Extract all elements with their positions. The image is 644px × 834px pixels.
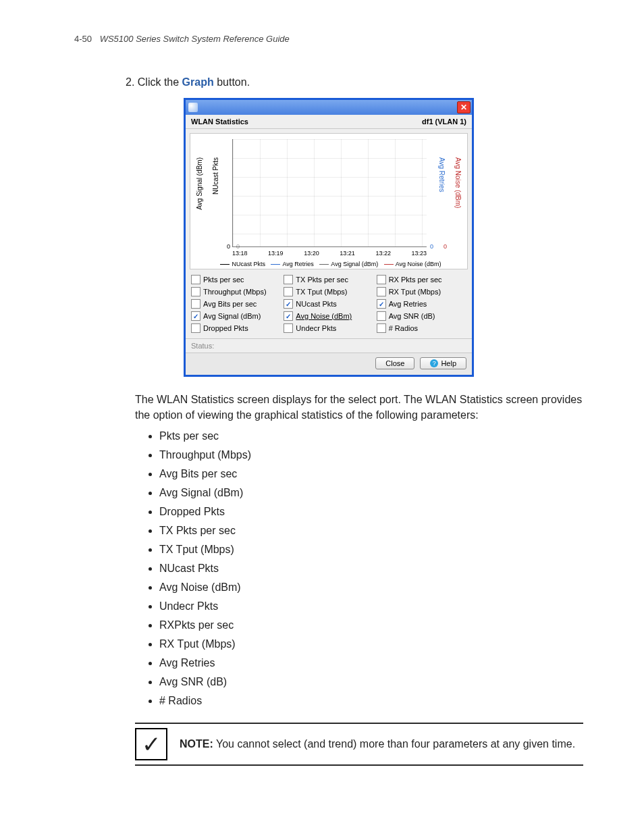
checkbox-label: TX Tput (Mbps) — [296, 288, 347, 296]
checkbox-box[interactable] — [377, 311, 386, 321]
app-icon — [188, 103, 198, 112]
body-paragraph: The WLAN Statistics screen displays for … — [135, 392, 583, 423]
list-item: RX Tput (Mbps) — [159, 635, 583, 654]
y-axis-left-2: NUcast Pkts — [212, 157, 219, 194]
y-axis-right-2: Avg Noise (dBm) — [454, 157, 462, 208]
checkbox-label: # Radios — [389, 324, 418, 332]
close-icon[interactable]: ✕ — [457, 101, 471, 113]
checkbox-box[interactable] — [191, 323, 200, 333]
param-checkbox[interactable]: Throughput (Mbps) — [191, 287, 281, 296]
running-header: 4-50 WS5100 Series Switch System Referen… — [74, 34, 583, 44]
checkbox-box[interactable] — [284, 299, 293, 309]
checkbox-label: Avg Signal (dBm) — [203, 312, 261, 320]
list-item: Throughput (Mbps) — [159, 446, 583, 465]
checkbox-label: TX Pkts per sec — [296, 276, 348, 284]
dialog-titlebar[interactable]: ✕ — [186, 100, 472, 115]
checkbox-label: Avg SNR (dB) — [389, 312, 435, 320]
y-axis-left-1: Avg Signal (dBm) — [196, 157, 203, 210]
checkbox-label: RX Pkts per sec — [389, 276, 442, 284]
axis-zero: 0 — [227, 243, 230, 250]
list-item: Avg Bits per sec — [159, 465, 583, 484]
checkbox-label: Avg Retries — [389, 300, 427, 308]
graph-button-ref: Graph — [182, 76, 214, 88]
checkbox-label: Dropped Pkts — [203, 324, 248, 332]
y-axis-right-1: Avg Retries — [438, 157, 446, 192]
close-button[interactable]: Close — [375, 357, 414, 369]
checkbox-box[interactable] — [284, 287, 293, 296]
list-item: Avg Retries — [159, 654, 583, 673]
list-item: Avg Signal (dBm) — [159, 484, 583, 502]
param-checkbox[interactable]: Avg Signal (dBm) — [191, 311, 281, 321]
checkbox-box[interactable] — [284, 311, 293, 321]
help-button[interactable]: ? Help — [420, 357, 466, 369]
checkbox-label: Pkts per sec — [203, 276, 244, 284]
checkbox-box[interactable] — [377, 299, 386, 309]
dialog-button-row: Close ? Help — [186, 353, 472, 375]
checkbox-box[interactable] — [191, 299, 200, 309]
help-icon: ? — [430, 359, 438, 367]
doc-title: WS5100 Series Switch System Reference Gu… — [100, 34, 290, 44]
param-checkbox[interactable]: NUcast Pkts — [284, 299, 373, 309]
chart-area: Avg Signal (dBm) NUcast Pkts Avg Retries… — [190, 133, 468, 269]
param-checkbox[interactable]: RX Tput (Mbps) — [377, 287, 466, 296]
dialog-vlan-label: df1 (VLAN 1) — [422, 118, 466, 126]
checkbox-label: Avg Noise (dBm) — [296, 312, 352, 320]
axis-zero: 0 — [430, 243, 433, 250]
param-checkbox[interactable]: Avg Bits per sec — [191, 299, 281, 309]
checkbox-box[interactable] — [377, 287, 386, 296]
param-checkbox[interactable]: Avg Noise (dBm) — [284, 311, 373, 321]
checkbox-label: NUcast Pkts — [296, 300, 337, 308]
checkbox-box[interactable] — [191, 275, 200, 284]
dialog-title: WLAN Statistics — [191, 118, 248, 126]
param-checkbox[interactable]: Undecr Pkts — [284, 323, 373, 333]
list-item: NUcast Pkts — [159, 559, 583, 578]
list-item: Pkts per sec — [159, 427, 583, 446]
param-checkbox[interactable]: Dropped Pkts — [191, 323, 281, 333]
chart-grid — [232, 139, 427, 247]
checkmark-icon: ✓ — [135, 728, 167, 760]
axis-zero: 0 — [236, 243, 240, 250]
list-item: # Radios — [159, 692, 583, 710]
list-item: Avg Noise (dBm) — [159, 578, 583, 597]
checkbox-box[interactable] — [284, 323, 293, 333]
checkbox-box[interactable] — [377, 323, 386, 333]
parameter-list: Pkts per secThroughput (Mbps)Avg Bits pe… — [159, 427, 583, 710]
axis-zero: 0 — [444, 243, 447, 250]
step-2: 2. Click the Graph button. — [126, 76, 583, 88]
x-axis-ticks: 13:18 13:19 13:20 13:21 13:22 13:23 — [232, 250, 427, 257]
note-label: NOTE: — [180, 738, 213, 750]
wlan-statistics-dialog: ✕ WLAN Statistics df1 (VLAN 1) Avg Signa… — [184, 98, 474, 377]
chart-legend: NUcast Pkts Avg Retries Avg Signal (dBm)… — [190, 261, 467, 267]
list-item: Dropped Pkts — [159, 502, 583, 521]
list-item: TX Pkts per sec — [159, 521, 583, 540]
list-item: TX Tput (Mbps) — [159, 540, 583, 559]
param-checkbox[interactable]: TX Tput (Mbps) — [284, 287, 373, 296]
checkbox-box[interactable] — [191, 311, 200, 321]
checkbox-label: Avg Bits per sec — [203, 300, 257, 308]
status-row: Status: — [186, 338, 472, 353]
checkbox-box[interactable] — [284, 275, 293, 284]
note-block: ✓ NOTE: You cannot select (and trend) mo… — [135, 723, 583, 766]
list-item: RXPkts per sec — [159, 616, 583, 635]
param-checkbox[interactable]: # Radios — [377, 323, 466, 333]
checkbox-label: Undecr Pkts — [296, 324, 336, 332]
note-text: You cannot select (and trend) more than … — [213, 738, 575, 750]
checkbox-box[interactable] — [191, 287, 200, 296]
checkbox-box[interactable] — [377, 275, 386, 284]
checkbox-label: Throughput (Mbps) — [203, 288, 267, 296]
param-checkbox[interactable]: Avg Retries — [377, 299, 466, 309]
param-checkbox[interactable]: Avg SNR (dB) — [377, 311, 466, 321]
param-checkbox[interactable]: Pkts per sec — [191, 275, 281, 284]
checkbox-grid: Pkts per secTX Pkts per secRX Pkts per s… — [186, 273, 472, 338]
list-item: Avg SNR (dB) — [159, 673, 583, 692]
param-checkbox[interactable]: RX Pkts per sec — [377, 275, 466, 284]
checkbox-label: RX Tput (Mbps) — [389, 288, 441, 296]
param-checkbox[interactable]: TX Pkts per sec — [284, 275, 373, 284]
page-number: 4-50 — [74, 34, 92, 44]
list-item: Undecr Pkts — [159, 597, 583, 616]
